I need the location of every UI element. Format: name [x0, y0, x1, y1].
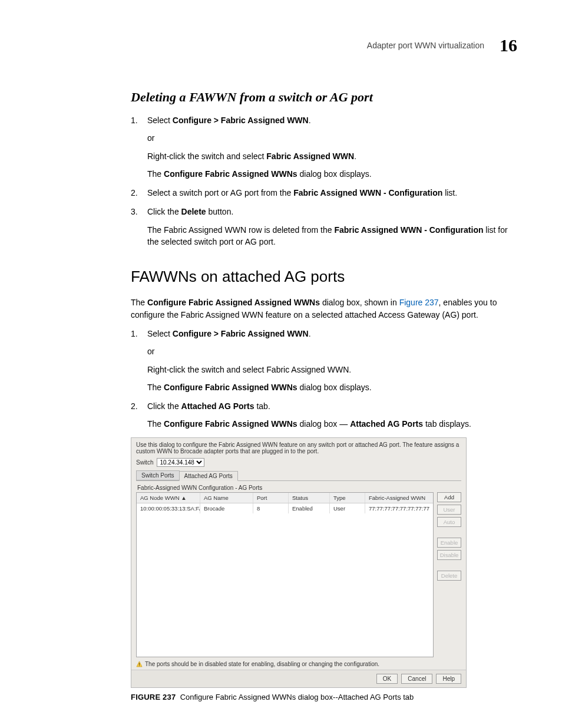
dialog-footer: OK Cancel Help — [131, 670, 466, 687]
text: The Fabric Assigned WWN row is deleted f… — [147, 225, 334, 235]
dialog-instruction: Use this dialog to configure the Fabric … — [136, 442, 461, 454]
col-status[interactable]: Status — [289, 493, 330, 503]
tab-name: Attached AG Ports — [181, 401, 254, 411]
button-name: Delete — [181, 207, 206, 216]
step-3: 3. Click the Delete button. The Fabric A… — [131, 206, 517, 248]
running-header: Adapter port WWN virtualization 16 — [45, 35, 517, 55]
menu-item: Fabric Assigned WWN — [266, 151, 354, 161]
intro-paragraph: The Configure Fabric Assigned Assigned W… — [131, 297, 517, 321]
svg-rect-2 — [139, 665, 140, 666]
add-button[interactable]: Add — [437, 492, 461, 502]
text: dialog box — — [297, 419, 351, 429]
step-number: 1. — [131, 328, 141, 393]
figure-237: Use this dialog to configure the Fabric … — [131, 437, 517, 701]
text: Right-click the switch and select — [147, 151, 266, 161]
heading-fawwns-attached-ag: FAWWNs on attached AG ports — [131, 268, 517, 286]
step-1: 1. Select Configure > Fabric Assigned WW… — [131, 328, 517, 393]
tab-bar: Switch Ports Attached AG Ports — [136, 470, 461, 481]
table-group-label: Fabric-Assigned WWN Configuration - AG P… — [137, 485, 461, 491]
col-fabric-assigned-wwn[interactable]: Fabric-Assigned WWN — [365, 493, 433, 503]
dialog-name: Configure Fabric Assigned Assigned WWNs — [147, 298, 320, 307]
svg-rect-1 — [139, 663, 140, 664]
text: button. — [206, 207, 234, 216]
dialog-configure-fawwn: Use this dialog to configure the Fabric … — [131, 437, 467, 688]
text: tab displays. — [423, 419, 471, 429]
switch-select[interactable]: 10.24.34.148 — [157, 458, 204, 467]
dialog-name: Configure Fabric Assigned WWNs — [164, 419, 297, 429]
dialog-name: Configure Fabric Assigned WWNs — [164, 383, 297, 392]
cell-ag-node-wwn: 10:00:00:05:33:13:SA:FA — [137, 503, 200, 513]
col-type[interactable]: Type — [330, 493, 365, 503]
text: The — [147, 419, 164, 429]
text: . — [354, 151, 356, 161]
step-2: 2. Click the Attached AG Ports tab. The … — [131, 400, 517, 430]
deleting-steps: 1. Select Configure > Fabric Assigned WW… — [131, 114, 517, 248]
text: The — [147, 383, 164, 392]
text: Select — [147, 329, 173, 338]
text: Click the — [147, 207, 181, 216]
text: list. — [442, 188, 457, 197]
text: The — [131, 298, 147, 307]
or-text: or — [147, 345, 517, 357]
col-ag-name[interactable]: AG Name — [200, 493, 253, 503]
cell-fabric-assigned-wwn: 77:77:77:77:77:77:77:77 — [365, 503, 433, 513]
menu-path: Configure > Fabric Assigned WWN — [173, 329, 309, 338]
step-number: 3. — [131, 206, 141, 248]
text: tab. — [254, 401, 270, 411]
tab-switch-ports[interactable]: Switch Ports — [136, 470, 180, 480]
warning-text: The ports should be in disabled state fo… — [145, 661, 379, 667]
step-number: 2. — [131, 187, 141, 199]
text: Right-click the switch and select Fabric… — [147, 364, 517, 375]
cell-ag-name: Brocade — [200, 503, 253, 513]
step-1: 1. Select Configure > Fabric Assigned WW… — [131, 114, 517, 180]
text: Select — [147, 116, 173, 125]
switch-label: Switch — [136, 459, 153, 466]
warning-icon — [136, 661, 143, 667]
cancel-button[interactable]: Cancel — [401, 674, 432, 684]
figure-link[interactable]: Figure 237 — [399, 298, 439, 307]
text: . — [309, 116, 311, 125]
text: dialog box displays. — [297, 169, 372, 179]
text: . — [309, 329, 311, 338]
text: The — [147, 169, 164, 179]
text: dialog box displays. — [297, 383, 372, 392]
dialog-name: Configure Fabric Assigned WWNs — [164, 169, 297, 179]
menu-path: Configure > Fabric Assigned WWN — [173, 116, 309, 125]
text: Click the — [147, 401, 181, 411]
tab-attached-ag-ports[interactable]: Attached AG Ports — [179, 471, 238, 481]
table-row[interactable]: 10:00:00:05:33:13:SA:FA Brocade 8 Enable… — [137, 503, 433, 513]
list-name: Fabric Assigned WWN - Configuration — [334, 225, 483, 235]
text: dialog box, shown in — [320, 298, 399, 307]
auto-button[interactable]: Auto — [437, 517, 461, 527]
step-number: 2. — [131, 400, 141, 430]
user-button[interactable]: User — [437, 505, 461, 515]
ok-button[interactable]: OK — [376, 674, 398, 684]
chapter-number: 16 — [500, 35, 517, 55]
fawwn-steps: 1. Select Configure > Fabric Assigned WW… — [131, 328, 517, 430]
running-title: Adapter port WWN virtualization — [367, 41, 484, 50]
enable-button[interactable]: Enable — [437, 538, 461, 548]
figure-caption-text: Configure Fabric Assigned WWNs dialog bo… — [180, 693, 414, 701]
help-button[interactable]: Help — [436, 674, 461, 684]
warning-row: The ports should be in disabled state fo… — [136, 661, 461, 667]
figure-number: FIGURE 237 — [131, 693, 176, 701]
cell-status: Enabled — [289, 503, 330, 513]
col-port[interactable]: Port — [253, 493, 289, 503]
figure-caption: FIGURE 237 Configure Fabric Assigned WWN… — [131, 693, 517, 701]
list-name: Fabric Assigned WWN - Configuration — [293, 188, 442, 197]
col-ag-node-wwn[interactable]: AG Node WWN ▲ — [137, 493, 200, 503]
disable-button[interactable]: Disable — [437, 550, 461, 560]
or-text: or — [147, 132, 517, 144]
tab-name: Attached AG Ports — [350, 419, 423, 429]
cell-type: User — [330, 503, 365, 513]
text: Select a switch port or AG port from the — [147, 188, 293, 197]
cell-port: 8 — [253, 503, 289, 513]
side-button-group: Add User Auto Enable Disable Delete — [437, 492, 461, 657]
step-2: 2. Select a switch port or AG port from … — [131, 187, 517, 199]
step-number: 1. — [131, 114, 141, 180]
table-header: AG Node WWN ▲ AG Name Port Status Type F… — [137, 493, 433, 503]
heading-deleting-fawwn: Deleting a FAWWN from a switch or AG por… — [131, 90, 517, 105]
delete-button[interactable]: Delete — [437, 571, 461, 581]
ag-ports-table: AG Node WWN ▲ AG Name Port Status Type F… — [136, 492, 434, 657]
